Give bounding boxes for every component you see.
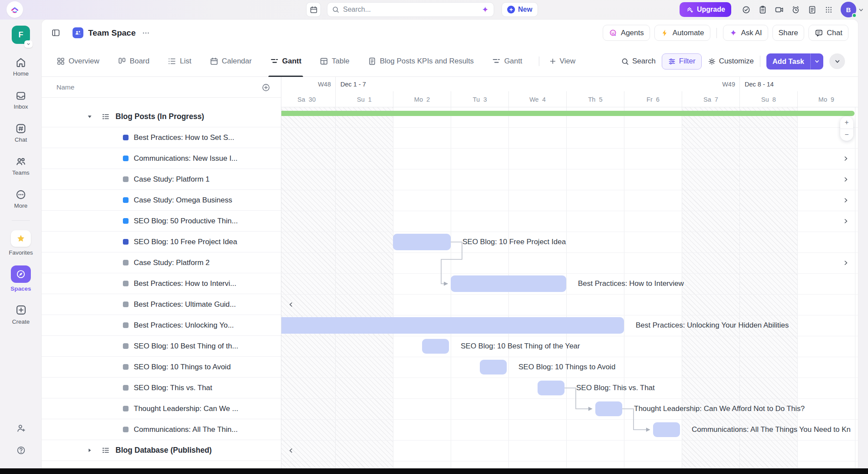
task-name[interactable]: SEO Blog: 10 Free Project Idea	[134, 238, 277, 246]
sidebar-item-create[interactable]: Create	[12, 302, 30, 325]
add-task-button[interactable]: Add Task	[766, 53, 823, 70]
view-search-button[interactable]: Search	[621, 57, 656, 66]
chat-button[interactable]: Chat	[809, 25, 848, 41]
task-status-icon[interactable]	[123, 260, 129, 265]
gantt-bar[interactable]	[422, 339, 449, 354]
group-title[interactable]: Blog Database (Published)	[116, 446, 212, 455]
task-row[interactable]: SEO Blog: 10 Free Project Idea	[42, 232, 281, 252]
task-name[interactable]: Best Practices: Ultimate Guid...	[134, 300, 277, 309]
gantt-bar[interactable]	[653, 422, 680, 437]
add-task-dropdown-icon[interactable]	[810, 53, 823, 70]
task-status-icon[interactable]	[123, 281, 129, 286]
scroll-to-bar-right-icon[interactable]	[842, 259, 849, 266]
task-row[interactable]: SEO Blog: This vs. That	[42, 378, 281, 398]
task-row[interactable]: SEO Blog: 10 Things to Avoid	[42, 357, 281, 378]
task-row[interactable]: Best Practices: Unlocking Yo...	[42, 315, 281, 336]
scroll-to-bar-right-icon[interactable]	[842, 218, 849, 225]
todo-check-icon[interactable]	[742, 5, 751, 14]
task-name[interactable]: Best Practices: How to Intervi...	[134, 279, 277, 288]
search-input[interactable]	[343, 6, 478, 13]
help-icon[interactable]	[16, 445, 26, 455]
user-avatar[interactable]: B	[841, 2, 856, 17]
space-more-icon[interactable]	[142, 29, 150, 37]
reminder-clock-icon[interactable]	[791, 5, 800, 14]
tab-board[interactable]: Board	[116, 46, 151, 76]
group-title[interactable]: Blog Posts (In Progress)	[116, 112, 204, 121]
scroll-to-bar-left-icon[interactable]	[287, 301, 294, 308]
customize-button[interactable]: Customize	[708, 57, 754, 66]
sidebar-item-chat[interactable]: Chat	[15, 123, 27, 143]
task-name[interactable]: SEO Blog: 50 Productive Thin...	[134, 217, 277, 225]
gantt-bar[interactable]	[480, 360, 507, 375]
zoom-in-button[interactable]: +	[840, 116, 853, 129]
task-status-icon[interactable]	[123, 156, 129, 161]
automate-button[interactable]: Automate	[654, 25, 710, 41]
task-name[interactable]: Communications: All The Thin...	[134, 425, 277, 434]
group-row-blog-posts[interactable]: Blog Posts (In Progress)	[42, 106, 281, 127]
task-name[interactable]: Thought Leadership: Can We ...	[134, 404, 277, 413]
record-video-icon[interactable]	[775, 5, 784, 14]
task-status-icon[interactable]	[123, 239, 129, 245]
task-row[interactable]: Best Practices: How to Intervi...	[42, 273, 281, 294]
apps-grid-icon[interactable]	[824, 5, 833, 14]
task-name[interactable]: Communications: New Issue I...	[134, 154, 277, 163]
task-name[interactable]: SEO Blog: 10 Best Thing of th...	[134, 342, 277, 351]
task-status-icon[interactable]	[123, 218, 129, 224]
task-status-icon[interactable]	[123, 406, 129, 411]
task-row[interactable]: Communications: All The Thin...	[42, 419, 281, 440]
task-row[interactable]: SEO Blog: 10 Best Thing of th...	[42, 336, 281, 357]
workspace-switcher-chevron-icon[interactable]	[24, 40, 33, 48]
task-status-icon[interactable]	[123, 135, 129, 140]
task-name[interactable]: SEO Blog: This vs. That	[134, 384, 277, 392]
tab-table[interactable]: Table	[318, 46, 351, 76]
task-row[interactable]: Case Study: Platform 1	[42, 169, 281, 190]
task-name[interactable]: Best Practices: Unlocking Yo...	[134, 321, 277, 330]
toggle-sidebar-icon[interactable]	[51, 28, 60, 37]
ask-ai-button[interactable]: Ask AI	[723, 25, 768, 41]
tab-gantt[interactable]: Gantt	[490, 46, 524, 76]
task-name[interactable]: Case Study: Platform 1	[134, 175, 277, 184]
caret-down-icon[interactable]	[86, 113, 93, 120]
tab-overview[interactable]: Overview	[55, 46, 101, 76]
gantt-bar[interactable]	[538, 381, 565, 395]
gantt-bar[interactable]	[595, 401, 623, 416]
tab-calendar[interactable]: Calendar	[208, 46, 254, 76]
ai-sparkle-icon[interactable]	[481, 6, 489, 14]
add-column-icon[interactable]	[261, 83, 271, 92]
filter-button[interactable]: Filter	[662, 53, 702, 70]
breadcrumb-space-name[interactable]: Team Space	[88, 28, 135, 38]
new-button[interactable]: + New	[502, 2, 538, 17]
scroll-to-bar-left-icon[interactable]	[287, 447, 294, 454]
gantt-bar[interactable]	[451, 275, 566, 292]
sidebar-item-spaces[interactable]: Spaces	[10, 265, 31, 292]
collapse-toolbar-button[interactable]	[829, 53, 845, 69]
sidebar-item-favorites[interactable]: Favorites	[9, 230, 33, 256]
task-row[interactable]: Best Practices: Ultimate Guid...	[42, 294, 281, 315]
caret-right-icon[interactable]	[86, 447, 93, 454]
task-row[interactable]: SEO Blog: 50 Productive Thin...	[42, 211, 281, 232]
task-name[interactable]: Case Study: Platform 2	[134, 259, 277, 267]
clickup-logo-icon[interactable]	[7, 1, 23, 18]
task-row[interactable]: Case Study: Platform 2	[42, 252, 281, 273]
docs-icon[interactable]	[808, 5, 817, 14]
tab-blog-posts-kpis-and-results[interactable]: Blog Posts KPIs and Results	[366, 46, 475, 76]
task-row[interactable]: Case Study: Omega Business	[42, 190, 281, 211]
gantt-bar[interactable]	[393, 234, 451, 250]
gantt-bar[interactable]	[281, 317, 624, 334]
tab-gantt[interactable]: Gantt	[268, 46, 303, 76]
sidebar-item-inbox[interactable]: Inbox	[13, 90, 28, 110]
tab-list[interactable]: List	[166, 46, 193, 76]
notepad-icon[interactable]	[758, 5, 767, 14]
task-status-icon[interactable]	[123, 322, 129, 328]
task-status-icon[interactable]	[123, 385, 129, 391]
scroll-to-bar-right-icon[interactable]	[842, 155, 849, 162]
sidebar-item-more[interactable]: More	[14, 189, 28, 209]
topbar-calendar-button[interactable]	[306, 2, 321, 17]
task-status-icon[interactable]	[123, 176, 129, 182]
workspace-avatar[interactable]: F	[12, 26, 30, 44]
task-status-icon[interactable]	[123, 364, 129, 370]
scroll-to-bar-right-icon[interactable]	[842, 176, 849, 183]
upgrade-button[interactable]: Upgrade	[680, 2, 731, 17]
sidebar-item-teams[interactable]: Teams	[12, 156, 30, 176]
add-view-button[interactable]: View	[549, 57, 576, 66]
